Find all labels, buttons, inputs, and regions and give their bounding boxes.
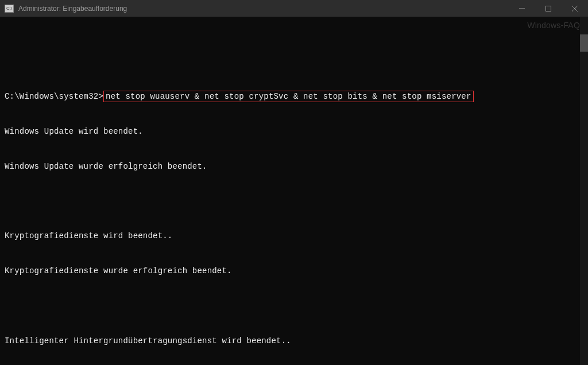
output-line: Windows Update wird beendet. <box>5 126 583 137</box>
watermark-text: Windows-FAQ <box>527 20 580 31</box>
titlebar-left: C:\ Administrator: Eingabeaufforderung <box>0 5 127 13</box>
window-title: Administrator: Eingabeaufforderung <box>18 5 127 13</box>
scrollbar-thumb[interactable] <box>580 34 588 52</box>
titlebar[interactable]: C:\ Administrator: Eingabeaufforderung <box>0 0 588 17</box>
output-line: Intelligenter Hintergrundübertragungsdie… <box>5 335 583 347</box>
scrollbar-track[interactable] <box>580 17 588 365</box>
command-1-hl: net stop wuauserv & net stop cryptSvc & … <box>103 91 474 102</box>
prompt: C:\Windows\system32> <box>5 92 103 101</box>
output-line: Kryptografiedienste wurde erfolgreich be… <box>5 265 583 277</box>
output-line: Kryptografiedienste wird beendet.. <box>5 230 583 242</box>
output-line: Windows Update wurde erfolgreich beendet… <box>5 161 583 172</box>
minimize-button[interactable] <box>509 0 535 17</box>
terminal-area[interactable]: Windows-FAQ C:\Windows\system32>net stop… <box>0 17 588 365</box>
cmd-icon: C:\ <box>5 5 14 13</box>
maximize-button[interactable] <box>535 0 562 17</box>
close-button[interactable] <box>562 0 588 17</box>
titlebar-controls <box>509 0 588 17</box>
svg-rect-1 <box>546 6 551 11</box>
